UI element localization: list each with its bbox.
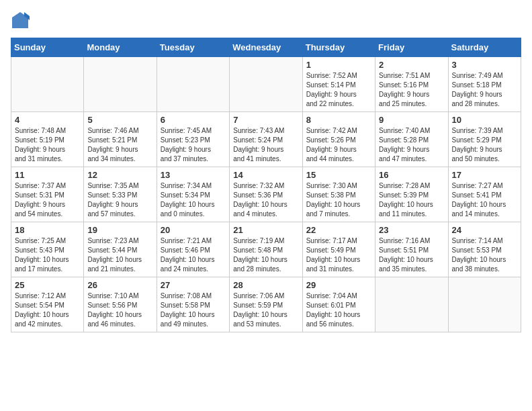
- calendar-cell: 24Sunrise: 7:14 AM Sunset: 5:53 PM Dayli…: [448, 222, 521, 277]
- day-info: Sunrise: 7:28 AM Sunset: 5:39 PM Dayligh…: [379, 181, 444, 219]
- day-number: 28: [233, 280, 298, 290]
- calendar-cell: 20Sunrise: 7:21 AM Sunset: 5:46 PM Dayli…: [157, 222, 229, 277]
- calendar-cell: 6Sunrise: 7:45 AM Sunset: 5:23 PM Daylig…: [157, 112, 229, 167]
- day-header: Monday: [84, 38, 157, 57]
- calendar-cell: 25Sunrise: 7:12 AM Sunset: 5:54 PM Dayli…: [11, 277, 84, 332]
- day-info: Sunrise: 7:45 AM Sunset: 5:23 PM Dayligh…: [161, 126, 226, 164]
- calendar-cell: 5Sunrise: 7:46 AM Sunset: 5:21 PM Daylig…: [84, 112, 157, 167]
- day-number: 21: [233, 225, 298, 235]
- day-info: Sunrise: 7:48 AM Sunset: 5:19 PM Dayligh…: [15, 126, 80, 164]
- day-number: 4: [15, 115, 80, 125]
- day-info: Sunrise: 7:43 AM Sunset: 5:24 PM Dayligh…: [233, 126, 298, 164]
- calendar-cell: 13Sunrise: 7:34 AM Sunset: 5:34 PM Dayli…: [157, 167, 229, 222]
- logo: [11, 11, 32, 30]
- page-header: [11, 11, 521, 30]
- calendar-cell: 27Sunrise: 7:08 AM Sunset: 5:58 PM Dayli…: [157, 277, 229, 332]
- calendar-cell: 26Sunrise: 7:10 AM Sunset: 5:56 PM Dayli…: [84, 277, 157, 332]
- day-header: Friday: [375, 38, 448, 57]
- day-info: Sunrise: 7:35 AM Sunset: 5:33 PM Dayligh…: [87, 181, 152, 219]
- calendar-cell: [230, 57, 302, 112]
- calendar-table: SundayMondayTuesdayWednesdayThursdayFrid…: [11, 38, 521, 332]
- day-info: Sunrise: 7:46 AM Sunset: 5:21 PM Dayligh…: [87, 126, 152, 164]
- day-header: Wednesday: [230, 38, 302, 57]
- day-info: Sunrise: 7:06 AM Sunset: 5:59 PM Dayligh…: [233, 291, 298, 329]
- calendar-cell: 9Sunrise: 7:40 AM Sunset: 5:28 PM Daylig…: [375, 112, 448, 167]
- day-info: Sunrise: 7:16 AM Sunset: 5:51 PM Dayligh…: [379, 236, 444, 274]
- calendar-cell: [84, 57, 157, 112]
- calendar-cell: [11, 57, 84, 112]
- day-info: Sunrise: 7:39 AM Sunset: 5:29 PM Dayligh…: [452, 126, 517, 164]
- calendar-week-row: 25Sunrise: 7:12 AM Sunset: 5:54 PM Dayli…: [11, 277, 521, 332]
- calendar-cell: 18Sunrise: 7:25 AM Sunset: 5:43 PM Dayli…: [11, 222, 84, 277]
- day-info: Sunrise: 7:27 AM Sunset: 5:41 PM Dayligh…: [452, 181, 517, 219]
- day-number: 19: [87, 225, 152, 235]
- day-number: 6: [161, 115, 226, 125]
- calendar-cell: 19Sunrise: 7:23 AM Sunset: 5:44 PM Dayli…: [84, 222, 157, 277]
- calendar-cell: 21Sunrise: 7:19 AM Sunset: 5:48 PM Dayli…: [230, 222, 302, 277]
- calendar-cell: 12Sunrise: 7:35 AM Sunset: 5:33 PM Dayli…: [84, 167, 157, 222]
- day-info: Sunrise: 7:40 AM Sunset: 5:28 PM Dayligh…: [379, 126, 444, 164]
- day-number: 25: [15, 280, 80, 290]
- day-info: Sunrise: 7:52 AM Sunset: 5:14 PM Dayligh…: [306, 71, 371, 109]
- calendar-cell: 7Sunrise: 7:43 AM Sunset: 5:24 PM Daylig…: [230, 112, 302, 167]
- calendar-cell: [448, 277, 521, 332]
- calendar-week-row: 11Sunrise: 7:37 AM Sunset: 5:31 PM Dayli…: [11, 167, 521, 222]
- day-number: 29: [306, 280, 371, 290]
- day-info: Sunrise: 7:08 AM Sunset: 5:58 PM Dayligh…: [161, 291, 226, 329]
- calendar-cell: 11Sunrise: 7:37 AM Sunset: 5:31 PM Dayli…: [11, 167, 84, 222]
- day-header: Sunday: [11, 38, 84, 57]
- calendar-cell: 8Sunrise: 7:42 AM Sunset: 5:26 PM Daylig…: [302, 112, 375, 167]
- day-info: Sunrise: 7:51 AM Sunset: 5:16 PM Dayligh…: [379, 71, 444, 109]
- day-info: Sunrise: 7:12 AM Sunset: 5:54 PM Dayligh…: [15, 291, 80, 329]
- day-number: 1: [306, 60, 371, 70]
- calendar-cell: 14Sunrise: 7:32 AM Sunset: 5:36 PM Dayli…: [230, 167, 302, 222]
- day-number: 11: [15, 170, 80, 180]
- day-number: 27: [161, 280, 226, 290]
- day-number: 16: [379, 170, 444, 180]
- day-header: Thursday: [302, 38, 375, 57]
- day-info: Sunrise: 7:25 AM Sunset: 5:43 PM Dayligh…: [15, 236, 80, 274]
- day-number: 15: [306, 170, 371, 180]
- day-info: Sunrise: 7:37 AM Sunset: 5:31 PM Dayligh…: [15, 181, 80, 219]
- calendar-cell: [375, 277, 448, 332]
- day-info: Sunrise: 7:42 AM Sunset: 5:26 PM Dayligh…: [306, 126, 371, 164]
- day-number: 22: [306, 225, 371, 235]
- day-number: 17: [452, 170, 517, 180]
- day-number: 18: [15, 225, 80, 235]
- day-info: Sunrise: 7:21 AM Sunset: 5:46 PM Dayligh…: [161, 236, 226, 274]
- calendar-week-row: 1Sunrise: 7:52 AM Sunset: 5:14 PM Daylig…: [11, 57, 521, 112]
- day-number: 14: [233, 170, 298, 180]
- day-info: Sunrise: 7:14 AM Sunset: 5:53 PM Dayligh…: [452, 236, 517, 274]
- calendar-week-row: 18Sunrise: 7:25 AM Sunset: 5:43 PM Dayli…: [11, 222, 521, 277]
- calendar-cell: 29Sunrise: 7:04 AM Sunset: 6:01 PM Dayli…: [302, 277, 375, 332]
- day-number: 7: [233, 115, 298, 125]
- calendar-cell: 17Sunrise: 7:27 AM Sunset: 5:41 PM Dayli…: [448, 167, 521, 222]
- calendar-cell: 3Sunrise: 7:49 AM Sunset: 5:18 PM Daylig…: [448, 57, 521, 112]
- day-number: 23: [379, 225, 444, 235]
- day-info: Sunrise: 7:19 AM Sunset: 5:48 PM Dayligh…: [233, 236, 298, 274]
- day-info: Sunrise: 7:32 AM Sunset: 5:36 PM Dayligh…: [233, 181, 298, 219]
- day-info: Sunrise: 7:49 AM Sunset: 5:18 PM Dayligh…: [452, 71, 517, 109]
- day-number: 13: [161, 170, 226, 180]
- calendar-cell: 23Sunrise: 7:16 AM Sunset: 5:51 PM Dayli…: [375, 222, 448, 277]
- day-number: 24: [452, 225, 517, 235]
- day-info: Sunrise: 7:04 AM Sunset: 6:01 PM Dayligh…: [306, 291, 371, 329]
- day-info: Sunrise: 7:23 AM Sunset: 5:44 PM Dayligh…: [87, 236, 152, 274]
- calendar-cell: 16Sunrise: 7:28 AM Sunset: 5:39 PM Dayli…: [375, 167, 448, 222]
- day-info: Sunrise: 7:34 AM Sunset: 5:34 PM Dayligh…: [161, 181, 226, 219]
- day-number: 20: [161, 225, 226, 235]
- day-number: 5: [87, 115, 152, 125]
- calendar-cell: 10Sunrise: 7:39 AM Sunset: 5:29 PM Dayli…: [448, 112, 521, 167]
- calendar-cell: 28Sunrise: 7:06 AM Sunset: 5:59 PM Dayli…: [230, 277, 302, 332]
- calendar-week-row: 4Sunrise: 7:48 AM Sunset: 5:19 PM Daylig…: [11, 112, 521, 167]
- day-header: Tuesday: [157, 38, 229, 57]
- day-info: Sunrise: 7:10 AM Sunset: 5:56 PM Dayligh…: [87, 291, 152, 329]
- day-number: 12: [87, 170, 152, 180]
- day-header: Saturday: [448, 38, 521, 57]
- day-number: 8: [306, 115, 371, 125]
- calendar-cell: [157, 57, 229, 112]
- calendar-cell: 22Sunrise: 7:17 AM Sunset: 5:49 PM Dayli…: [302, 222, 375, 277]
- calendar-cell: 2Sunrise: 7:51 AM Sunset: 5:16 PM Daylig…: [375, 57, 448, 112]
- day-number: 10: [452, 115, 517, 125]
- calendar-cell: 15Sunrise: 7:30 AM Sunset: 5:38 PM Dayli…: [302, 167, 375, 222]
